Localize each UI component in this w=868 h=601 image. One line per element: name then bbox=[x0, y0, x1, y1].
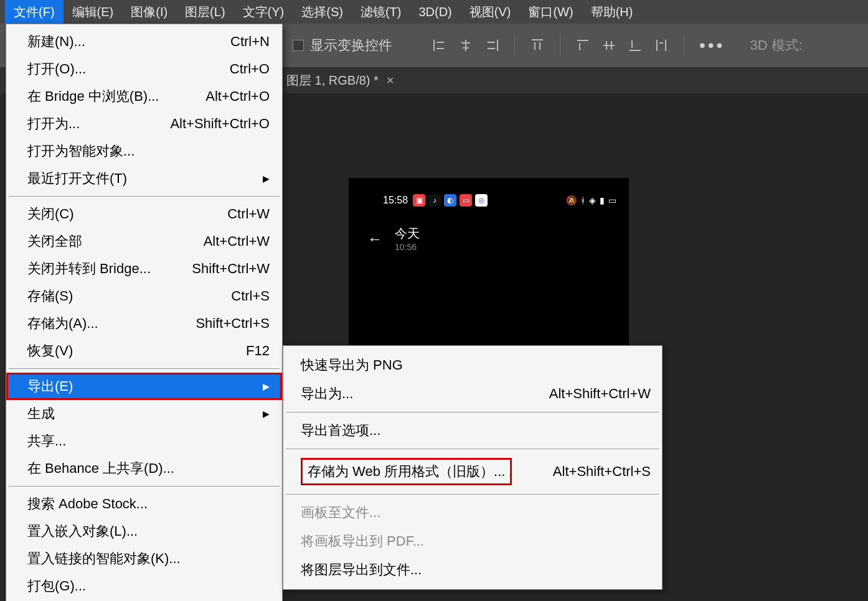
menu-item-label: 最近打开文件(T) bbox=[27, 169, 127, 188]
align-icons: ••• bbox=[432, 35, 725, 56]
menu-file[interactable]: 文件(F) bbox=[5, 0, 64, 24]
menu-item-label: 置入嵌入对象(L)... bbox=[27, 522, 138, 541]
bluetooth-icon: ᚼ bbox=[580, 195, 585, 205]
back-arrow-icon[interactable]: ← bbox=[367, 230, 382, 248]
show-transform-controls[interactable]: 显示变换控件 bbox=[293, 36, 392, 55]
status-indicators: 🔕 ᚼ ◈ ▮ ▭ bbox=[566, 195, 616, 205]
menu-layer[interactable]: 图层(L) bbox=[176, 0, 234, 24]
menu-item-label: 恢复(V) bbox=[27, 342, 73, 360]
menu-item[interactable]: 关闭(C)Ctrl+W bbox=[6, 200, 282, 228]
menu-item[interactable]: 打开为智能对象... bbox=[6, 137, 282, 165]
submenu-item-label: 将图层导出到文件... bbox=[301, 561, 422, 579]
menu-item[interactable]: 在 Behance 上共享(D)... bbox=[6, 455, 282, 482]
alarm-icon: 🔕 bbox=[566, 195, 577, 205]
menu-item[interactable]: 打开为...Alt+Shift+Ctrl+O bbox=[6, 110, 282, 137]
menu-select[interactable]: 选择(S) bbox=[293, 0, 352, 24]
submenu-item-label: 画板至文件... bbox=[301, 503, 380, 522]
submenu-item-label: 快速导出为 PNG bbox=[301, 356, 403, 375]
menu-item-shortcut: Alt+Ctrl+W bbox=[204, 233, 270, 249]
phone-status-bar: 15:58 ▣ ♪ ◐ ▭ ◎ 🔕 ᚼ ◈ ▮ ▭ bbox=[383, 194, 616, 207]
menu-item[interactable]: 置入嵌入对象(L)... bbox=[6, 518, 282, 545]
menu-item-shortcut: Ctrl+O bbox=[230, 61, 270, 77]
menu-type[interactable]: 文字(Y) bbox=[234, 0, 293, 24]
document-tab[interactable]: 图层 1, RGB/8) * ✕ bbox=[286, 72, 394, 89]
menu-help[interactable]: 帮助(H) bbox=[582, 0, 642, 24]
menu-item-shortcut: Shift+Ctrl+W bbox=[192, 261, 270, 277]
menu-item-label: 存储为(A)... bbox=[27, 314, 98, 333]
menu-separator bbox=[286, 412, 659, 412]
menu-edit[interactable]: 编辑(E) bbox=[64, 0, 123, 24]
menu-item-shortcut: F12 bbox=[246, 343, 270, 359]
submenu-item-label: 将画板导出到 PDF... bbox=[301, 532, 424, 551]
menu-item-label: 关闭并转到 Bridge... bbox=[27, 259, 151, 278]
menu-3d[interactable]: 3D(D) bbox=[410, 0, 460, 24]
align-center-h-icon[interactable] bbox=[458, 38, 473, 53]
menu-item-label: 关闭(C) bbox=[27, 205, 74, 223]
menu-item[interactable]: 最近打开文件(T)▶ bbox=[6, 165, 282, 192]
menu-item[interactable]: 置入链接的智能对象(K)... bbox=[6, 545, 282, 572]
header-title-block: 今天 10:56 bbox=[395, 225, 420, 252]
menu-item-label: 打开为... bbox=[27, 114, 80, 133]
menu-item[interactable]: 恢复(V)F12 bbox=[6, 337, 282, 365]
menu-separator bbox=[9, 368, 280, 369]
status-time: 15:58 bbox=[383, 195, 408, 206]
menu-item-label: 新建(N)... bbox=[27, 32, 85, 51]
more-options-icon[interactable]: ••• bbox=[699, 35, 725, 55]
checkbox-icon bbox=[293, 40, 304, 51]
submenu-item: 将画板导出到 PDF... bbox=[283, 527, 662, 556]
menu-item[interactable]: 存储为(A)...Shift+Ctrl+S bbox=[6, 310, 282, 337]
menu-item-shortcut: Alt+Ctrl+O bbox=[205, 88, 270, 105]
submenu-item-label: 存储为 Web 所用格式（旧版）... bbox=[301, 458, 512, 485]
close-tab-icon[interactable]: ✕ bbox=[386, 75, 394, 86]
menu-item[interactable]: 存储(S)Ctrl+S bbox=[6, 282, 282, 310]
header-time: 10:56 bbox=[395, 242, 420, 252]
menu-item[interactable]: 生成▶ bbox=[6, 400, 282, 427]
menu-item-label: 在 Bridge 中浏览(B)... bbox=[27, 87, 159, 106]
divider-icon bbox=[684, 35, 684, 56]
wifi-icon: ◈ bbox=[589, 195, 596, 205]
menu-item-label: 关闭全部 bbox=[27, 232, 82, 251]
mode-3d-label[interactable]: 3D 模式: bbox=[750, 36, 802, 55]
align-left-icon[interactable] bbox=[432, 38, 447, 53]
battery-icon: ▭ bbox=[608, 195, 616, 205]
menu-image[interactable]: 图像(I) bbox=[122, 0, 176, 24]
menu-item[interactable]: 关闭全部Alt+Ctrl+W bbox=[6, 228, 282, 255]
menu-item[interactable]: 共享... bbox=[6, 427, 282, 455]
menu-item-shortcut: Ctrl+S bbox=[231, 288, 270, 304]
submenu-item-shortcut: Alt+Shift+Ctrl+S bbox=[553, 464, 651, 480]
menu-filter[interactable]: 滤镜(T) bbox=[352, 0, 410, 24]
menu-item-shortcut: Alt+Shift+Ctrl+O bbox=[170, 116, 270, 132]
header-title: 今天 bbox=[395, 225, 420, 242]
signal-icon: ▮ bbox=[600, 195, 605, 205]
distribute-bottom-icon[interactable] bbox=[628, 38, 643, 53]
menu-separator bbox=[9, 196, 280, 197]
menu-item-label: 置入链接的智能对象(K)... bbox=[27, 549, 181, 568]
menu-view[interactable]: 视图(V) bbox=[461, 0, 520, 24]
menu-item[interactable]: 在 Bridge 中浏览(B)...Alt+Ctrl+O bbox=[6, 83, 282, 110]
menu-item-label: 共享... bbox=[27, 432, 66, 450]
submenu-item-label: 导出首选项... bbox=[301, 421, 380, 440]
distribute-spacing-icon[interactable] bbox=[654, 38, 669, 53]
align-right-icon[interactable] bbox=[484, 38, 499, 53]
submenu-item[interactable]: 将图层导出到文件... bbox=[283, 556, 662, 584]
menu-item[interactable]: 关闭并转到 Bridge...Shift+Ctrl+W bbox=[6, 255, 282, 282]
menu-item-shortcut: Ctrl+W bbox=[227, 206, 270, 222]
submenu-item[interactable]: 快速导出为 PNG bbox=[283, 351, 662, 380]
align-top-icon[interactable] bbox=[530, 38, 545, 53]
canvas-document[interactable]: 15:58 ▣ ♪ ◐ ▭ ◎ 🔕 ᚼ ◈ ▮ ▭ ← 今天 bbox=[349, 178, 629, 350]
phone-header: ← 今天 10:56 bbox=[367, 225, 420, 252]
submenu-item[interactable]: 导出首选项... bbox=[283, 416, 662, 445]
menu-item[interactable]: 搜索 Adobe Stock... bbox=[6, 490, 282, 518]
submenu-item[interactable]: 导出为...Alt+Shift+Ctrl+W bbox=[283, 380, 662, 408]
menu-item[interactable]: 打开(O)...Ctrl+O bbox=[6, 55, 282, 83]
distribute-top-icon[interactable] bbox=[575, 38, 590, 53]
distribute-center-v-icon[interactable] bbox=[601, 38, 616, 53]
app-icon: ▭ bbox=[460, 194, 472, 207]
menu-item[interactable]: 新建(N)...Ctrl+N bbox=[6, 28, 282, 55]
submenu-item[interactable]: 存储为 Web 所用格式（旧版）...Alt+Shift+Ctrl+S bbox=[283, 453, 662, 490]
menu-item[interactable]: 导出(E)▶ bbox=[6, 373, 282, 400]
menu-item[interactable]: 打包(G)... bbox=[6, 572, 282, 600]
tab-label: 图层 1, RGB/8) * bbox=[286, 72, 379, 89]
submenu-item: 画板至文件... bbox=[283, 498, 662, 527]
menu-window[interactable]: 窗口(W) bbox=[519, 0, 582, 24]
